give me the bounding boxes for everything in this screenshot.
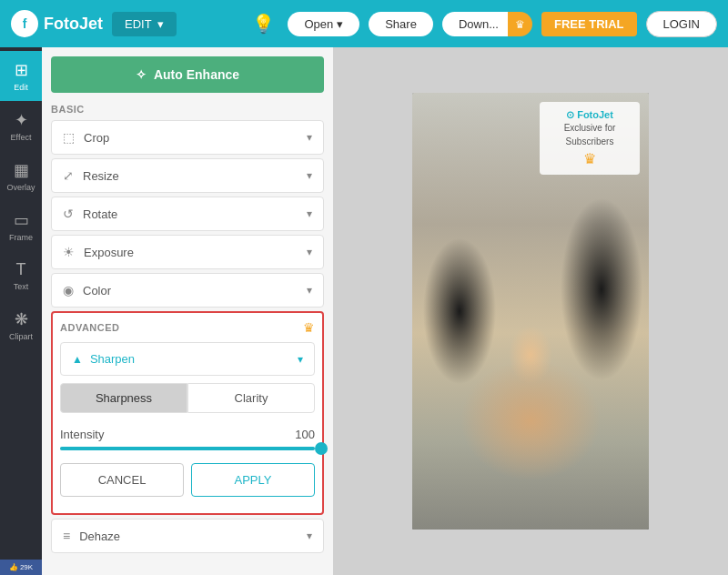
text-icon: T — [16, 260, 26, 279]
color-icon: ◉ — [63, 283, 74, 298]
download-crown-button[interactable]: ♛ — [508, 12, 532, 36]
crown-icon: ♛ — [303, 320, 315, 335]
share-button[interactable]: Share — [369, 12, 433, 36]
icon-sidebar: ⊞ Edit ✦ Effect ▦ Overlay ▭ Frame T Text… — [0, 47, 42, 575]
bulb-icon-button[interactable]: 💡 — [248, 9, 278, 38]
auto-enhance-button[interactable]: ✧ Auto Enhance — [51, 56, 324, 93]
chevron-down-icon: ▾ — [307, 207, 312, 220]
watermark-crown-icon: ♛ — [549, 150, 631, 167]
watermark-line1: Exclusive for — [549, 123, 631, 133]
open-button[interactable]: Open ▾ — [288, 12, 359, 36]
exposure-tool-row[interactable]: ☀ Exposure ▾ — [51, 235, 324, 269]
sharpen-triangle-icon: ▲ — [72, 353, 83, 366]
dehaze-icon: ≡ — [63, 529, 70, 543]
overlay-icon: ▦ — [14, 160, 29, 180]
sharpen-tool-row[interactable]: ▲ Sharpen ▾ — [60, 342, 315, 376]
watermark-line2: Subscribers — [549, 136, 631, 146]
intensity-value: 100 — [295, 428, 315, 441]
sharpen-sub-tabs: Sharpness Clarity — [60, 383, 315, 413]
sidebar-item-overlay[interactable]: ▦ Overlay — [0, 151, 42, 201]
sidebar-item-text[interactable]: T Text — [0, 251, 42, 300]
basic-section-label: BASIC — [51, 104, 324, 115]
canvas-area: ⊙ FotoJet Exclusive for Subscribers ♛ — [333, 47, 728, 575]
tools-panel: ✧ Auto Enhance BASIC ⬚ Crop ▾ ⤢ Resize ▾… — [42, 47, 333, 575]
chevron-down-icon: ▾ — [307, 284, 312, 297]
intensity-slider-fill — [60, 447, 315, 450]
chevron-down-icon: ▾ — [157, 17, 164, 31]
thumb-up-icon: 👍 — [9, 563, 18, 571]
resize-tool-row[interactable]: ⤢ Resize ▾ — [51, 158, 324, 193]
chevron-down-icon: ▾ — [307, 246, 312, 258]
tab-sharpness[interactable]: Sharpness — [60, 383, 187, 413]
advanced-section: ADVANCED ♛ ▲ Sharpen ▾ Sharpness Clarity — [51, 311, 324, 515]
sidebar-item-effect[interactable]: ✦ Effect — [0, 101, 42, 151]
clipart-icon: ❋ — [15, 309, 28, 329]
logo-area: f FotoJet — [11, 10, 103, 37]
like-bar[interactable]: 👍 29K — [0, 560, 42, 575]
logo-icon: f — [11, 10, 38, 37]
sidebar-item-edit[interactable]: ⊞ Edit — [0, 51, 42, 101]
frame-icon: ▭ — [14, 210, 29, 230]
intensity-label: Intensity — [60, 428, 104, 441]
chevron-down-icon: ▾ — [307, 530, 312, 542]
chevron-down-icon: ▾ — [307, 169, 312, 182]
sidebar-item-frame[interactable]: ▭ Frame — [0, 201, 42, 251]
watermark-overlay: ⊙ FotoJet Exclusive for Subscribers ♛ — [540, 102, 640, 175]
intensity-row: Intensity 100 — [60, 422, 315, 456]
exposure-icon: ☀ — [63, 245, 75, 259]
app-name: FotoJet — [44, 15, 103, 34]
crown-icon: ♛ — [515, 18, 525, 31]
sidebar-item-clipart[interactable]: ❋ Clipart — [0, 300, 42, 350]
tab-clarity[interactable]: Clarity — [187, 383, 315, 413]
rotate-icon: ↺ — [63, 207, 74, 221]
dehaze-tool-row[interactable]: ≡ Dehaze ▾ — [51, 519, 324, 553]
login-button[interactable]: LOGIN — [646, 11, 717, 37]
sparkle-icon: ✧ — [136, 67, 147, 82]
rotate-tool-row[interactable]: ↺ Rotate ▾ — [51, 197, 324, 231]
download-button[interactable]: Down... — [442, 12, 508, 36]
canvas-image: ⊙ FotoJet Exclusive for Subscribers ♛ — [412, 93, 649, 530]
advanced-section-label: ADVANCED — [60, 322, 120, 333]
chevron-down-icon: ▾ — [307, 131, 312, 144]
crop-tool-row[interactable]: ⬚ Crop ▾ — [51, 120, 324, 155]
header: f FotoJet EDIT ▾ 💡 Open ▾ Share Down... … — [0, 0, 728, 47]
color-tool-row[interactable]: ◉ Color ▾ — [51, 273, 324, 308]
watermark-circle-icon: ⊙ — [566, 109, 574, 120]
resize-icon: ⤢ — [63, 168, 74, 183]
free-trial-button[interactable]: FREE TRIAL — [541, 12, 637, 36]
cancel-apply-row: CANCEL APPLY — [60, 463, 315, 497]
intensity-slider-track[interactable] — [60, 447, 315, 450]
watermark-logo: ⊙ FotoJet — [549, 109, 631, 121]
edit-icon: ⊞ — [15, 60, 28, 80]
intensity-slider-thumb[interactable] — [315, 442, 328, 455]
edit-dropdown[interactable]: EDIT ▾ — [112, 12, 177, 36]
main-layout: ⊞ Edit ✦ Effect ▦ Overlay ▭ Frame T Text… — [0, 47, 728, 575]
crop-icon: ⬚ — [63, 130, 75, 145]
cancel-button[interactable]: CANCEL — [60, 463, 184, 497]
chevron-down-icon: ▾ — [298, 353, 303, 366]
apply-button[interactable]: APPLY — [191, 463, 315, 497]
effect-icon: ✦ — [15, 110, 28, 130]
chevron-down-icon: ▾ — [337, 17, 343, 31]
